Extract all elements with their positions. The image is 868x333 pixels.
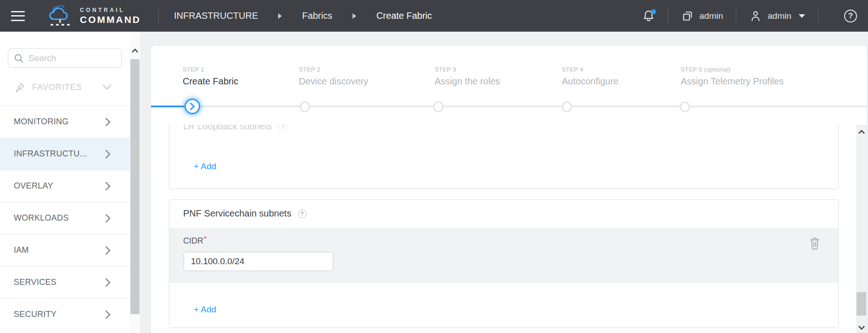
sidebar-item-workloads[interactable]: WORKLOADS	[0, 202, 130, 234]
sidebar-item-services[interactable]: SERVICES	[0, 266, 130, 298]
logo-line2: COMMAND	[80, 15, 141, 24]
step-connector-line-done	[151, 105, 185, 107]
tenant-name: admin	[700, 11, 723, 21]
cidr-label: CIDR*	[183, 235, 207, 246]
projects-icon	[681, 10, 694, 22]
delete-subnet-trash-icon[interactable]	[809, 237, 821, 250]
header-divider	[736, 9, 736, 23]
notifications-bell-icon[interactable]	[642, 9, 655, 23]
step-4-indicator[interactable]	[562, 101, 572, 112]
chevron-right-icon	[105, 246, 111, 255]
cidr-input[interactable]	[184, 252, 333, 271]
section-title: LR Loopback subnets ?	[183, 125, 287, 132]
user-icon	[749, 10, 762, 22]
scroll-up-arrow-icon[interactable]	[856, 126, 867, 138]
sidebar-item-iam[interactable]: IAM	[0, 234, 130, 266]
chevron-right-icon	[105, 214, 111, 223]
chevron-down-icon[interactable]	[799, 14, 805, 18]
add-pnf-subnet-link[interactable]: + Add	[194, 303, 216, 316]
step-4: STEP 4 Autoconfigure	[562, 66, 618, 87]
step-2: STEP 2 Device discovery	[299, 66, 368, 87]
pin-icon	[15, 82, 25, 92]
hamburger-menu-icon[interactable]	[11, 11, 25, 21]
search-icon	[14, 53, 24, 63]
section-title: PNF Servicechain subnets ?	[183, 208, 307, 219]
step-2-indicator[interactable]	[300, 101, 310, 112]
header-divider	[818, 9, 818, 23]
form-scroll-viewport: LR Loopback subnets ? + Add PNF Servicec…	[151, 125, 867, 333]
breadcrumb-infrastructure[interactable]: INFRASTRUCTURE	[174, 11, 258, 21]
step-1-indicator[interactable]	[185, 99, 200, 114]
help-icon[interactable]: ?	[844, 10, 857, 22]
step-3: STEP 3 Assign the roles	[435, 66, 500, 87]
pnf-servicechain-subnets-section: PNF Servicechain subnets ? CIDR*	[169, 200, 839, 328]
user-name: admin	[767, 11, 791, 21]
logo-line1: CONTRAIL	[80, 7, 141, 13]
cidr-field-row: CIDR*	[169, 228, 838, 283]
sidebar-search	[8, 48, 122, 68]
scroll-up-arrow-icon[interactable]	[130, 44, 140, 56]
favorites-toggle[interactable]: FAVORITES	[0, 79, 130, 95]
user-menu[interactable]: admin	[749, 10, 805, 22]
sidebar-item-monitoring[interactable]: MONITORING	[0, 105, 130, 138]
sidebar-scrollbar-thumb[interactable]	[130, 59, 140, 314]
step-3-indicator[interactable]	[433, 101, 443, 112]
main-scrollbar-thumb[interactable]	[857, 292, 866, 316]
chevron-right-icon	[105, 310, 111, 319]
step-connector-line	[192, 105, 867, 107]
step-5: STEP 5 (optional) Assign Telemetry Profi…	[681, 66, 784, 87]
sidebar-item-overlay[interactable]: OVERLAY	[0, 170, 130, 202]
scroll-down-arrow-icon[interactable]	[856, 322, 867, 333]
notification-badge-dot	[651, 9, 656, 14]
sidebar-scrollbar	[130, 32, 140, 333]
wizard-steps: STEP 1 Create Fabric STEP 2 Device disco…	[151, 46, 867, 125]
cloud-logo-icon	[47, 6, 73, 27]
contrail-command-logo: CONTRAIL COMMAND	[47, 6, 141, 27]
required-marker: *	[204, 235, 207, 243]
sidebar-item-infrastructure[interactable]: INFRASTRUCTU...	[0, 138, 130, 170]
create-fabric-wizard-card: STEP 1 Create Fabric STEP 2 Device disco…	[151, 46, 867, 333]
tenant-menu[interactable]: admin	[681, 10, 723, 22]
lr-loopback-subnets-section: LR Loopback subnets ? + Add	[169, 125, 839, 189]
chevron-right-icon	[105, 150, 111, 159]
chevron-right-icon	[105, 117, 111, 127]
breadcrumb: INFRASTRUCTURE Fabrics Create Fabric	[159, 11, 432, 21]
breadcrumb-separator-icon	[353, 13, 356, 19]
favorites-label: FAVORITES	[32, 83, 82, 92]
step-5-indicator[interactable]	[680, 101, 690, 112]
step-1: STEP 1 Create Fabric	[183, 66, 238, 87]
section-help-icon[interactable]: ?	[298, 209, 307, 218]
breadcrumb-fabrics[interactable]: Fabrics	[302, 11, 332, 21]
breadcrumb-separator-icon	[278, 13, 282, 19]
sidebar: FAVORITES MONITORING INFRASTRUCTU...	[0, 32, 130, 333]
sidebar-menu: MONITORING INFRASTRUCTU... OVERLAY WORKL…	[0, 105, 130, 330]
main-scrollbar	[856, 125, 867, 333]
chevron-right-icon	[105, 182, 111, 191]
section-help-icon[interactable]: ?	[278, 125, 287, 131]
topbar-right-group: admin admin ?	[642, 9, 868, 23]
chevron-down-icon	[102, 84, 112, 90]
app-window: CONTRAIL COMMAND INFRASTRUCTURE Fabrics …	[0, 0, 868, 333]
chevron-right-icon	[105, 278, 111, 287]
sidebar-item-security[interactable]: SECURITY	[0, 298, 130, 330]
breadcrumb-create-fabric: Create Fabric	[376, 11, 432, 21]
add-loopback-subnet-link[interactable]: + Add	[194, 160, 216, 173]
header-divider	[668, 9, 668, 23]
top-bar: CONTRAIL COMMAND INFRASTRUCTURE Fabrics …	[0, 0, 868, 32]
search-input[interactable]	[28, 53, 141, 63]
